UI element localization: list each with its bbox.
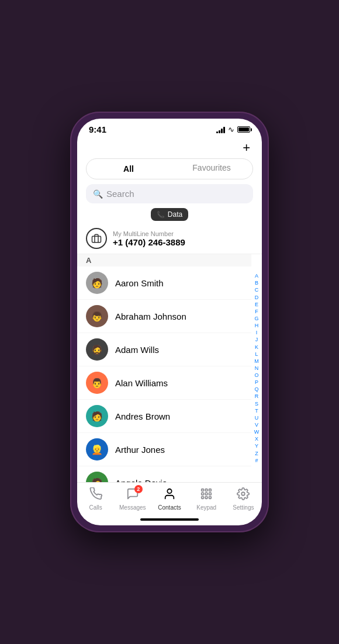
alpha-letter[interactable]: D bbox=[255, 294, 259, 301]
svg-rect-6 bbox=[205, 493, 207, 495]
svg-rect-4 bbox=[209, 489, 212, 491]
alpha-letter[interactable]: I bbox=[256, 329, 258, 336]
add-button[interactable]: + bbox=[243, 140, 250, 155]
search-bar[interactable]: 🔍 Search bbox=[86, 184, 253, 203]
contact-item[interactable]: 👦Abraham Johnson bbox=[77, 300, 251, 333]
contact-item[interactable]: 👱Arthur Jones bbox=[77, 433, 251, 466]
header: + bbox=[77, 137, 262, 158]
keypad-icon bbox=[200, 487, 213, 503]
alpha-letter[interactable]: K bbox=[255, 344, 258, 351]
alpha-letter[interactable]: G bbox=[254, 315, 258, 322]
contact-name: Abraham Johnson bbox=[115, 311, 186, 321]
contact-avatar: 👨 bbox=[86, 372, 108, 394]
contact-name: Alan Williams bbox=[115, 378, 168, 388]
contact-name: Aaron Smith bbox=[115, 278, 164, 288]
status-time: 9:41 bbox=[89, 124, 106, 134]
alpha-letter[interactable]: E bbox=[255, 301, 258, 308]
messages-label: Messages bbox=[119, 504, 146, 511]
contact-item[interactable]: 👨Alan Williams bbox=[77, 366, 251, 400]
status-bar: 9:41 ∿ bbox=[77, 119, 262, 137]
calls-icon-wrap bbox=[89, 487, 102, 503]
contact-avatar: 🧑 bbox=[86, 272, 108, 294]
bottom-tab-calls[interactable]: Calls bbox=[77, 487, 114, 511]
tab-favourites[interactable]: Favourites bbox=[171, 159, 252, 179]
bottom-tab-settings[interactable]: Settings bbox=[225, 487, 262, 511]
alpha-letter[interactable]: M bbox=[254, 358, 259, 365]
contact-item[interactable]: 🧑Andres Brown bbox=[77, 400, 251, 433]
contact-avatar: 👱 bbox=[86, 438, 108, 461]
contact-avatar: 👦 bbox=[86, 305, 108, 327]
alpha-letter[interactable]: Q bbox=[254, 386, 258, 393]
alpha-letter[interactable]: S bbox=[255, 400, 258, 407]
battery-icon bbox=[237, 126, 250, 133]
my-number-info: My MultiLine Number +1 (470) 246-3889 bbox=[113, 230, 185, 247]
svg-rect-2 bbox=[202, 489, 204, 491]
svg-point-1 bbox=[167, 489, 171, 493]
my-number-icon bbox=[86, 228, 107, 249]
alpha-letter[interactable]: X bbox=[255, 435, 258, 442]
svg-rect-8 bbox=[202, 497, 204, 499]
signal-icon bbox=[216, 126, 225, 133]
alpha-letter[interactable]: C bbox=[255, 286, 259, 293]
search-placeholder-text: Search bbox=[106, 189, 134, 199]
alpha-letter[interactable]: L bbox=[255, 351, 258, 358]
tooltip-label: Data bbox=[168, 210, 182, 219]
contact-item[interactable]: 🧑Aaron Smith bbox=[77, 266, 251, 300]
home-bar bbox=[140, 518, 199, 521]
alpha-letter[interactable]: A bbox=[255, 272, 258, 279]
keypad-icon-wrap bbox=[200, 487, 213, 503]
svg-rect-5 bbox=[202, 493, 204, 495]
section-header-a: A bbox=[77, 254, 251, 266]
alpha-letter[interactable]: H bbox=[255, 322, 259, 329]
keypad-label: Keypad bbox=[196, 504, 216, 511]
contacts-area: A 🧑Aaron Smith👦Abraham Johnson🧔Adam Will… bbox=[77, 254, 262, 482]
alpha-letter[interactable]: # bbox=[255, 457, 258, 464]
svg-rect-10 bbox=[209, 497, 212, 499]
contact-name: Adam Wills bbox=[115, 345, 159, 355]
calls-icon bbox=[89, 487, 102, 503]
wifi-icon: ∿ bbox=[228, 125, 234, 134]
contact-item[interactable]: 🧔Adam Wills bbox=[77, 333, 251, 366]
alpha-letter[interactable]: B bbox=[255, 279, 258, 286]
bottom-tab-contacts[interactable]: Contacts bbox=[151, 487, 188, 511]
contacts-list: A 🧑Aaron Smith👦Abraham Johnson🧔Adam Will… bbox=[77, 254, 251, 482]
contact-avatar: 🧔 bbox=[86, 338, 108, 361]
bottom-tab-messages[interactable]: 2Messages bbox=[114, 487, 151, 511]
contact-avatar: 🧑 bbox=[86, 472, 108, 482]
bottom-tab-keypad[interactable]: Keypad bbox=[188, 487, 225, 511]
contact-name: Arthur Jones bbox=[115, 445, 165, 455]
tabs-container: All Favourites bbox=[86, 158, 253, 179]
alpha-letter[interactable]: T bbox=[255, 407, 258, 414]
calls-label: Calls bbox=[89, 504, 102, 511]
my-number-row[interactable]: My MultiLine Number +1 (470) 246-3889 bbox=[77, 223, 262, 254]
contact-name: Andres Brown bbox=[115, 411, 170, 421]
alpha-letter[interactable]: N bbox=[255, 365, 259, 372]
alpha-letter[interactable]: Y bbox=[255, 442, 258, 449]
alpha-letter[interactable]: J bbox=[255, 336, 258, 343]
contact-item[interactable]: 🧑Angelo Davis bbox=[77, 466, 251, 482]
alpha-letter[interactable]: O bbox=[254, 372, 258, 379]
alpha-letter[interactable]: F bbox=[255, 308, 258, 315]
contacts-icon bbox=[163, 487, 176, 503]
svg-point-11 bbox=[242, 492, 245, 496]
contact-name: Angelo Davis bbox=[115, 478, 167, 483]
settings-icon-wrap bbox=[237, 487, 250, 503]
alpha-letter[interactable]: R bbox=[255, 393, 259, 400]
status-icons: ∿ bbox=[216, 125, 250, 134]
messages-badge: 2 bbox=[134, 485, 143, 493]
alpha-letter[interactable]: Z bbox=[255, 450, 258, 457]
phone-frame: 9:41 ∿ + All Favourites bbox=[70, 112, 269, 532]
alpha-letter[interactable]: V bbox=[255, 421, 258, 428]
data-tooltip: 📞 Data bbox=[151, 208, 188, 221]
contact-avatar: 🧑 bbox=[86, 405, 108, 427]
settings-icon bbox=[237, 487, 250, 503]
tab-all[interactable]: All bbox=[88, 160, 170, 178]
svg-rect-7 bbox=[209, 493, 212, 495]
tooltip-bar: 📞 Data bbox=[77, 208, 262, 221]
alpha-letter[interactable]: U bbox=[255, 414, 259, 421]
alpha-letter[interactable]: W bbox=[254, 428, 260, 435]
contacts-label: Contacts bbox=[158, 504, 181, 511]
tooltip-call-icon: 📞 bbox=[157, 211, 165, 219]
bottom-tab-bar: Calls2MessagesContactsKeypadSettings bbox=[77, 482, 262, 514]
alpha-letter[interactable]: P bbox=[255, 379, 258, 386]
